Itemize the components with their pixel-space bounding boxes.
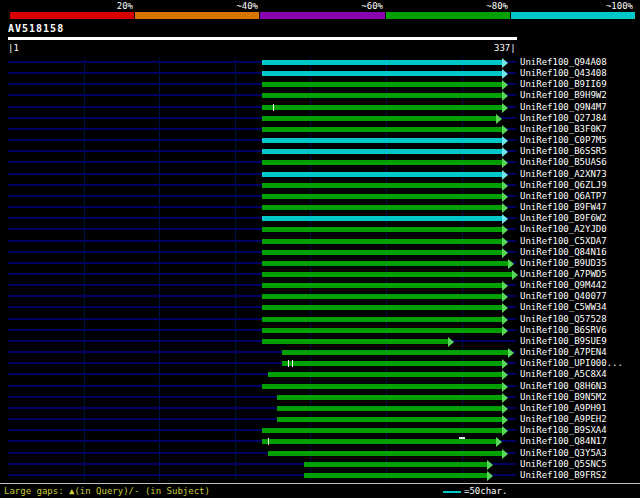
hit-label[interactable]: UniRef100_B6SSR5 [520,146,607,157]
hit-arrowhead-icon[interactable] [502,237,508,247]
hit-bar[interactable] [262,239,502,244]
hit-arrowhead-icon[interactable] [502,103,508,113]
hit-bar[interactable] [262,205,502,210]
hit-arrowhead-icon[interactable] [502,147,508,157]
hit-bar[interactable] [268,451,502,456]
hit-bar[interactable] [262,272,512,277]
hit-bar[interactable] [262,105,502,110]
hit-arrowhead-icon[interactable] [502,158,508,168]
hit-label[interactable]: UniRef100_A9PEH2 [520,414,607,425]
hit-label[interactable]: UniRef100_B9SUE9 [520,336,607,347]
hit-arrowhead-icon[interactable] [502,203,508,213]
hit-label[interactable]: UniRef100_A7PWD5 [520,269,607,280]
hit-bar[interactable] [268,372,502,377]
hit-label[interactable]: UniRef100_B9F6W2 [520,213,607,224]
hit-arrowhead-icon[interactable] [508,259,514,269]
hit-arrowhead-icon[interactable] [502,192,508,202]
hit-arrowhead-icon[interactable] [508,348,514,358]
hit-arrowhead-icon[interactable] [502,370,508,380]
hit-bar[interactable] [304,462,487,467]
hit-arrowhead-icon[interactable] [502,58,508,68]
hit-label[interactable]: UniRef100_A7PEN4 [520,347,607,358]
hit-bar[interactable] [262,328,502,333]
hit-arrowhead-icon[interactable] [502,281,508,291]
hit-bar[interactable] [262,283,502,288]
hit-label[interactable]: UniRef100_B9H9W2 [520,90,607,101]
hit-arrowhead-icon[interactable] [502,91,508,101]
hit-label[interactable]: UniRef100_B9II69 [520,79,607,90]
hit-arrowhead-icon[interactable] [502,248,508,258]
hit-label[interactable]: UniRef100_Q94A08 [520,57,607,68]
hit-bar[interactable] [262,216,502,221]
hit-bar[interactable] [262,294,502,299]
hit-label[interactable]: UniRef100_B9FW47 [520,202,607,213]
hit-arrowhead-icon[interactable] [502,181,508,191]
hit-arrowhead-icon[interactable] [502,426,508,436]
hit-label[interactable]: UniRef100_B9UD35 [520,258,607,269]
hit-arrowhead-icon[interactable] [502,80,508,90]
hit-arrowhead-icon[interactable] [502,359,508,369]
hit-bar[interactable] [304,473,487,478]
hit-label[interactable]: UniRef100_B9N5M2 [520,392,607,403]
hit-label[interactable]: UniRef100_A2YJD0 [520,224,607,235]
hit-bar[interactable] [277,395,502,400]
hit-bar[interactable] [262,428,502,433]
hit-label[interactable]: UniRef100_C5XDA7 [520,236,607,247]
hit-label[interactable]: UniRef100_B3F0K7 [520,124,607,135]
hit-bar[interactable] [262,339,448,344]
hit-arrowhead-icon[interactable] [502,415,508,425]
hit-label[interactable]: UniRef100_C5WW34 [520,302,607,313]
hit-bar[interactable] [262,172,502,177]
hit-bar[interactable] [262,160,502,165]
hit-arrowhead-icon[interactable] [502,225,508,235]
hit-bar[interactable] [262,127,502,132]
hit-label[interactable]: UniRef100_Q57528 [520,314,607,325]
hit-arrowhead-icon[interactable] [502,326,508,336]
hit-label[interactable]: UniRef100_Q3Y5A3 [520,448,607,459]
hit-arrowhead-icon[interactable] [502,214,508,224]
hit-bar[interactable] [262,116,496,121]
hit-bar[interactable] [262,384,502,389]
hit-arrowhead-icon[interactable] [502,125,508,135]
hit-arrowhead-icon[interactable] [502,315,508,325]
hit-bar[interactable] [262,138,502,143]
hit-bar[interactable] [262,183,502,188]
hit-arrowhead-icon[interactable] [496,437,502,447]
hit-label[interactable]: UniRef100_Q6ZLJ9 [520,180,607,191]
hit-arrowhead-icon[interactable] [502,382,508,392]
hit-bar[interactable] [262,93,502,98]
hit-bar[interactable] [277,417,502,422]
hit-arrowhead-icon[interactable] [502,170,508,180]
hit-bar[interactable] [282,350,509,355]
hit-label[interactable]: UniRef100_B6SRV6 [520,325,607,336]
hit-arrowhead-icon[interactable] [502,136,508,146]
hit-label[interactable]: UniRef100_C0P7M5 [520,135,607,146]
hit-bar[interactable] [282,361,503,366]
hit-arrowhead-icon[interactable] [487,471,493,481]
hit-bar[interactable] [262,71,502,76]
hit-arrowhead-icon[interactable] [502,393,508,403]
hit-label[interactable]: UniRef100_Q43408 [520,68,607,79]
hit-label[interactable]: UniRef100_A2XN73 [520,169,607,180]
hit-bar[interactable] [262,317,502,322]
hit-label[interactable]: UniRef100_B5UAS6 [520,157,607,168]
hit-arrowhead-icon[interactable] [448,337,454,347]
hit-arrowhead-icon[interactable] [502,69,508,79]
hit-bar[interactable] [262,439,496,444]
hit-arrowhead-icon[interactable] [487,460,493,470]
hit-bar[interactable] [262,250,502,255]
hit-label[interactable]: UniRef100_B9SXA4 [520,425,607,436]
hit-label[interactable]: UniRef100_Q84N16 [520,247,607,258]
hit-label[interactable]: UniRef100_Q27J84 [520,113,607,124]
hit-arrowhead-icon[interactable] [512,270,518,280]
hit-arrowhead-icon[interactable] [502,303,508,313]
hit-label[interactable]: UniRef100_A5C8X4 [520,369,607,380]
hit-arrowhead-icon[interactable] [502,404,508,414]
hit-label[interactable]: UniRef100_B9FRS2 [520,470,607,481]
hit-label[interactable]: UniRef100_Q9N4M7 [520,102,607,113]
hit-bar[interactable] [262,227,502,232]
hit-bar[interactable] [262,82,502,87]
hit-label[interactable]: UniRef100_Q40077 [520,291,607,302]
hit-bar[interactable] [262,305,502,310]
hit-bar[interactable] [262,149,502,154]
